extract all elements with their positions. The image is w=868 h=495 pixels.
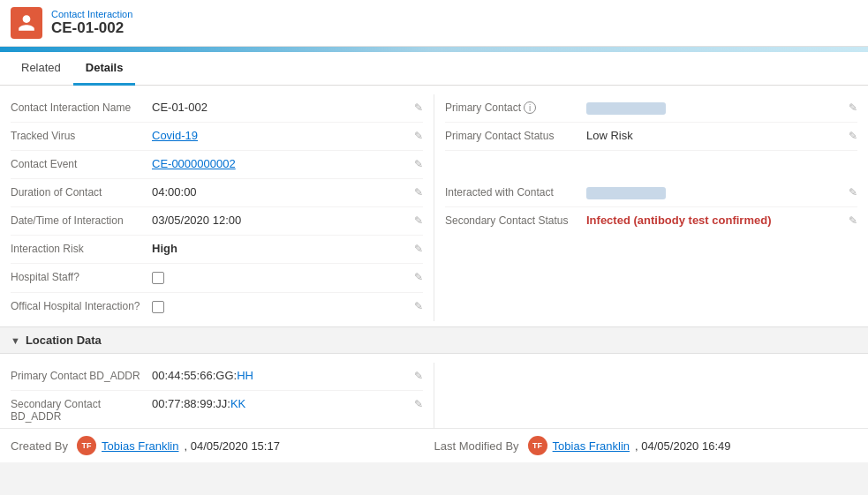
label-official-hospital: Offical Hospital Interaction? <box>11 298 152 312</box>
value-interacted-contact <box>586 184 845 199</box>
value-primary-bd-addr: 00:44:55:66:GG:HH <box>152 368 411 382</box>
secondary-bd-addr-link[interactable]: KK <box>230 397 245 410</box>
field-secondary-contact-status: Secondary Contact Status Infected (antib… <box>445 207 857 236</box>
field-primary-bd-addr: Primary Contact BD_ADDR 00:44:55:66:GG:H… <box>11 363 423 391</box>
field-hospital-staff: Hospital Staff? ✎ <box>11 264 423 293</box>
label-interaction-risk: Interaction Risk <box>11 241 152 255</box>
field-spacer <box>445 151 857 179</box>
field-tracked-virus: Tracked Virus Covid-19 ✎ <box>11 123 423 151</box>
person-icon <box>17 13 36 33</box>
field-primary-contact-status: Primary Contact Status Low Risk ✎ <box>445 123 857 151</box>
modified-by-date: , 04/05/2020 16:49 <box>635 439 730 453</box>
value-interaction-risk: High <box>152 241 411 255</box>
primary-contact-blurred-name <box>586 102 666 115</box>
left-fields-column: Contact Interaction Name CE-01-002 ✎ Tra… <box>0 94 434 321</box>
label-tracked-virus: Tracked Virus <box>11 128 152 142</box>
edit-duration-icon[interactable]: ✎ <box>414 184 423 199</box>
tab-details[interactable]: Details <box>73 52 136 86</box>
label-primary-contact-status: Primary Contact Status <box>445 128 586 142</box>
edit-secondary-bd-addr-icon[interactable]: ✎ <box>414 396 423 410</box>
edit-hospital-staff-icon[interactable]: ✎ <box>414 269 423 283</box>
main-content: Contact Interaction Name CE-01-002 ✎ Tra… <box>0 86 868 462</box>
modified-by-label: Last Modified By <box>434 439 519 453</box>
checkbox-hospital-staff[interactable] <box>152 272 164 284</box>
location-data-section-header[interactable]: ▼ Location Data <box>0 326 868 354</box>
label-secondary-contact-status: Secondary Contact Status <box>445 213 586 227</box>
field-contact-interaction-name: Contact Interaction Name CE-01-002 ✎ <box>11 94 423 123</box>
field-interacted-contact: Interacted with Contact ✎ <box>445 179 857 207</box>
label-duration: Duration of Contact <box>11 184 152 199</box>
modified-by-avatar: TF <box>528 436 547 455</box>
label-contact-event: Contact Event <box>11 156 152 170</box>
record-type-icon <box>11 7 42 39</box>
primary-contact-info-icon[interactable]: i <box>524 101 536 114</box>
field-official-hospital: Offical Hospital Interaction? ✎ <box>11 293 423 321</box>
right-fields-column: Primary Contact i ✎ Primary Contact Stat… <box>434 94 868 321</box>
edit-primary-contact-icon[interactable]: ✎ <box>849 100 857 114</box>
value-primary-contact-status: Low Risk <box>586 128 845 142</box>
location-fields-container: Primary Contact BD_ADDR 00:44:55:66:GG:H… <box>0 354 868 428</box>
value-secondary-bd-addr: 00:77:88:99:JJ:KK <box>152 396 411 410</box>
value-duration: 04:00:00 <box>152 184 411 199</box>
value-contact-event[interactable]: CE-0000000002 <box>152 156 411 170</box>
primary-bd-addr-link[interactable]: HH <box>237 369 253 382</box>
created-by-date: , 04/05/2020 15:17 <box>184 439 279 453</box>
edit-contact-interaction-name-icon[interactable]: ✎ <box>414 100 423 114</box>
value-secondary-contact-status: Infected (antibody test confirmed) <box>586 213 845 227</box>
edit-official-hospital-icon[interactable]: ✎ <box>414 298 423 312</box>
edit-secondary-contact-status-icon[interactable]: ✎ <box>849 213 857 227</box>
interacted-contact-blurred-name <box>586 187 666 199</box>
chevron-down-icon: ▼ <box>11 335 20 346</box>
value-contact-interaction-name: CE-01-002 <box>152 100 411 114</box>
location-data-label: Location Data <box>26 334 102 347</box>
edit-tracked-virus-icon[interactable]: ✎ <box>414 128 423 142</box>
edit-primary-bd-addr-icon[interactable]: ✎ <box>414 368 423 382</box>
edit-primary-contact-status-icon[interactable]: ✎ <box>849 128 857 142</box>
edit-datetime-icon[interactable]: ✎ <box>414 213 423 227</box>
edit-contact-event-icon[interactable]: ✎ <box>414 156 423 170</box>
label-secondary-bd-addr: Secondary Contact BD_ADDR <box>11 396 152 423</box>
fields-container: Contact Interaction Name CE-01-002 ✎ Tra… <box>0 86 868 321</box>
field-interaction-risk: Interaction Risk High ✎ <box>11 236 423 264</box>
header-text-block: Contact Interaction CE-01-002 <box>51 9 132 37</box>
value-hospital-staff[interactable] <box>152 269 411 287</box>
created-by-avatar: TF <box>77 436 96 455</box>
edit-interacted-contact-icon[interactable]: ✎ <box>849 184 857 199</box>
label-primary-bd-addr: Primary Contact BD_ADDR <box>11 368 152 382</box>
location-right-col <box>434 363 868 428</box>
created-by-label: Created By <box>11 439 68 453</box>
record-id-title: CE-01-002 <box>51 19 132 37</box>
value-primary-contact <box>586 100 845 115</box>
label-primary-contact: Primary Contact i <box>445 100 586 114</box>
tab-related[interactable]: Related <box>9 52 73 86</box>
modified-by-col: Last Modified By TF Tobias Franklin , 04… <box>434 436 858 455</box>
label-hospital-staff: Hospital Staff? <box>11 269 152 283</box>
field-duration: Duration of Contact 04:00:00 ✎ <box>11 179 423 207</box>
record-type-label: Contact Interaction <box>51 9 132 19</box>
field-datetime: Date/Time of Interaction 03/05/2020 12:0… <box>11 207 423 236</box>
location-left-col: Primary Contact BD_ADDR 00:44:55:66:GG:H… <box>0 363 434 428</box>
field-contact-event: Contact Event CE-0000000002 ✎ <box>11 151 423 179</box>
tab-bar: Related Details <box>0 52 868 86</box>
page-header: Contact Interaction CE-01-002 <box>0 0 868 47</box>
edit-interaction-risk-icon[interactable]: ✎ <box>414 241 423 255</box>
field-secondary-bd-addr: Secondary Contact BD_ADDR 00:77:88:99:JJ… <box>11 391 423 428</box>
value-official-hospital[interactable] <box>152 298 411 316</box>
checkbox-official-hospital[interactable] <box>152 301 164 313</box>
created-by-user[interactable]: Tobias Franklin <box>102 439 178 453</box>
footer-row: Created By TF Tobias Franklin , 04/05/20… <box>0 428 868 462</box>
modified-by-user[interactable]: Tobias Franklin <box>553 439 630 453</box>
label-contact-interaction-name: Contact Interaction Name <box>11 100 152 114</box>
label-interacted-contact: Interacted with Contact <box>445 184 586 199</box>
field-primary-contact: Primary Contact i ✎ <box>445 94 857 123</box>
value-datetime: 03/05/2020 12:00 <box>152 213 411 227</box>
created-by-col: Created By TF Tobias Franklin , 04/05/20… <box>11 436 434 455</box>
value-tracked-virus[interactable]: Covid-19 <box>152 128 411 142</box>
label-datetime: Date/Time of Interaction <box>11 213 152 227</box>
